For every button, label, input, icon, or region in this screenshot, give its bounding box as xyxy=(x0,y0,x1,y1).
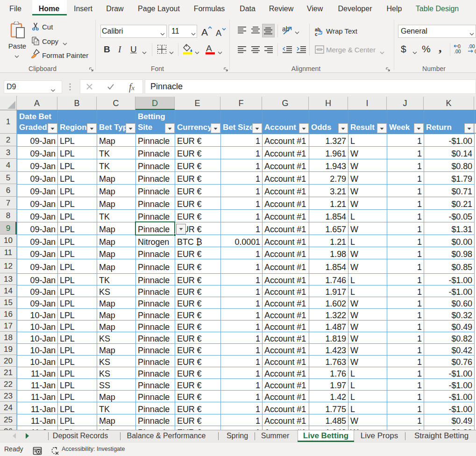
svg-text:A: A xyxy=(216,28,221,38)
svg-text:.00: .00 xyxy=(454,49,461,54)
svg-text:.00: .00 xyxy=(468,44,475,49)
svg-text:c: c xyxy=(315,32,318,36)
svg-text:A: A xyxy=(206,43,212,53)
svg-text:A: A xyxy=(201,27,208,37)
